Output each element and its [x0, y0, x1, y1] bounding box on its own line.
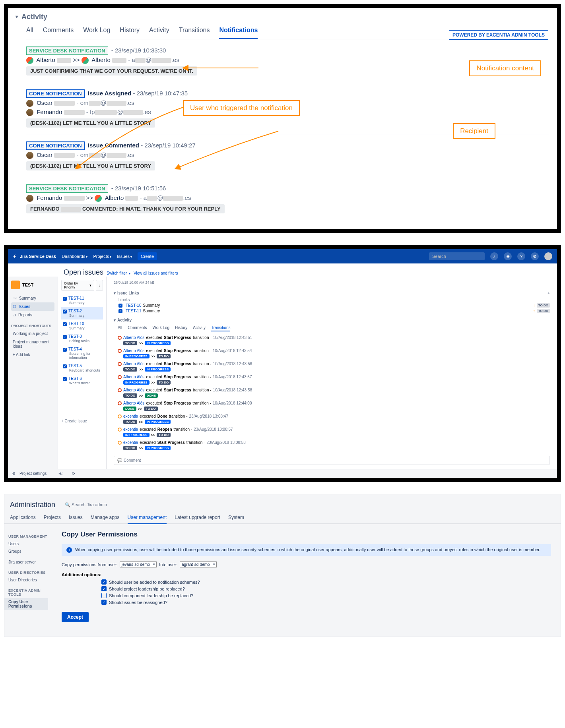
- tab-comments[interactable]: Comments: [43, 24, 74, 39]
- admin-tab-issues[interactable]: Issues: [69, 511, 83, 523]
- create-issue-link[interactable]: + Create issue: [61, 387, 103, 423]
- nav-issues[interactable]: Issues▾: [117, 254, 132, 259]
- sidebar-shortcut[interactable]: Project management ideas: [11, 338, 54, 350]
- tab-notifications[interactable]: Notifications: [219, 24, 258, 39]
- admin-tab-projects[interactable]: Projects: [44, 511, 61, 523]
- option-checkbox-row[interactable]: ✓Should issues be reassigned?: [101, 600, 551, 605]
- tab-all[interactable]: All: [26, 24, 33, 39]
- admin-tab-applications[interactable]: Applications: [10, 511, 36, 523]
- sidebar-item-issues[interactable]: ☐ Issues: [11, 302, 54, 311]
- activity-header[interactable]: ▾ Activity: [114, 318, 550, 322]
- checkbox-icon[interactable]: [101, 593, 107, 598]
- notification-tag: SERVICE DESK NOTIFICATION: [26, 184, 108, 193]
- detail-tabs: All Comments Work Log History Activity T…: [118, 325, 550, 331]
- option-checkbox-row[interactable]: Should component leadership be replaced?: [101, 593, 551, 598]
- accept-button[interactable]: Accept: [62, 612, 89, 622]
- brand[interactable]: Jira Service Desk: [13, 254, 56, 259]
- issue-list-item[interactable]: ✓TEST-5Keyboard shortcuts: [61, 362, 103, 374]
- view-all-link[interactable]: View all issues and filters: [134, 271, 178, 275]
- project-header[interactable]: TEST: [11, 281, 54, 289]
- create-button[interactable]: Create: [138, 252, 157, 260]
- admin-panel: Administration 🔍 Search Jira admin Appli…: [4, 494, 561, 637]
- sidebar-item-reports[interactable]: ⊿ Reports: [11, 311, 54, 319]
- powered-by-badge: POWERED BY EXCENTIA ADMIN TOOLS: [449, 30, 548, 40]
- transition-row: Alberto Alós executed Start Progress tra…: [118, 362, 550, 372]
- help-icon[interactable]: ?: [517, 252, 525, 260]
- nav-projects[interactable]: Projects▾: [93, 254, 111, 259]
- project-settings-link[interactable]: Project settings: [19, 471, 47, 476]
- admin-tab-manage-apps[interactable]: Manage apps: [91, 511, 120, 523]
- admin-side-user-directories[interactable]: User Directories: [8, 576, 48, 584]
- tab-history[interactable]: History: [120, 24, 140, 39]
- transition-row: Alberto Alós executed Stop Progress tran…: [118, 349, 550, 358]
- sidebar-add-link[interactable]: + Add link: [11, 350, 54, 359]
- settings-icon[interactable]: ⚙: [531, 252, 539, 260]
- detail-tab-history[interactable]: History: [175, 325, 187, 331]
- issue-list-item[interactable]: ✓TEST-6What's next?: [61, 374, 103, 387]
- avatar-icon: [26, 100, 33, 107]
- issue-list-item[interactable]: ✓TEST-11Summary: [61, 294, 103, 307]
- admin-side-jira-user-server[interactable]: Jira user server: [8, 558, 48, 566]
- transition-row: Alberto Alós executed Stop Progress tran…: [118, 375, 550, 385]
- checkbox-icon[interactable]: ✓: [101, 579, 107, 585]
- switch-filter-link[interactable]: Switch filter ▾: [107, 271, 130, 275]
- checkbox-icon[interactable]: ✓: [101, 586, 107, 591]
- info-icon: i: [66, 547, 72, 553]
- detail-tab-transitions[interactable]: Transitions: [211, 325, 231, 331]
- comment-input[interactable]: 💬 Comment: [114, 456, 550, 465]
- sidebar-shortcut[interactable]: Working in a project: [11, 329, 54, 338]
- transition-row: Alberto Alós executed Stop Progress tran…: [118, 401, 550, 411]
- notifications-icon[interactable]: ⊕: [504, 252, 512, 260]
- nav-dashboards[interactable]: Dashboards▾: [62, 254, 87, 259]
- admin-search[interactable]: 🔍 Search Jira admin: [65, 502, 107, 507]
- activity-accordion[interactable]: ▸ Activity: [16, 13, 549, 21]
- refresh-icon[interactable]: ⟳: [72, 471, 75, 476]
- sidebar-item-summary[interactable]: 〰 Summary: [11, 294, 54, 302]
- admin-tab-system[interactable]: System: [228, 511, 244, 523]
- admin-tab-upgrade-report[interactable]: Latest upgrade report: [175, 511, 220, 523]
- admin-side-copy-permissions[interactable]: Copy User Permissions: [4, 598, 48, 610]
- feedback-icon[interactable]: ♪: [490, 252, 498, 260]
- sort-direction-button[interactable]: ↓: [96, 280, 103, 291]
- notification-tag: CORE NOTIFICATION: [26, 89, 85, 98]
- tab-transitions[interactable]: Transitions: [179, 24, 210, 39]
- transition-row: Alberto Alós executed Start Progress tra…: [118, 388, 550, 398]
- issue-list-item[interactable]: ✓TEST-4Searching for information: [61, 345, 103, 362]
- search-input[interactable]: Search: [429, 252, 485, 260]
- linked-issue[interactable]: ✓TEST-11 Summary↑ TO DO: [118, 309, 550, 313]
- admin-side-groups[interactable]: Groups: [8, 548, 48, 555]
- notification-message: (DESK-1102) LET ME TELL YOU A LITTLE STO…: [26, 118, 155, 128]
- tab-worklog[interactable]: Work Log: [83, 24, 110, 39]
- admin-side-users[interactable]: Users: [8, 540, 48, 548]
- detail-tab-worklog[interactable]: Work Log: [152, 325, 169, 331]
- tab-activity[interactable]: Activity: [149, 24, 169, 39]
- project-settings-icon[interactable]: ⚙: [12, 471, 16, 476]
- notification-message: FERNANDO COMMENTED: HI MATE. THANK YOU F…: [26, 204, 225, 213]
- collapse-icon[interactable]: ≪: [58, 471, 62, 476]
- notification-message: (DESK-1102) LET ME TELL YOU A LITTLE STO…: [26, 161, 155, 170]
- transition-row: excentia executed Start Progress transit…: [118, 440, 550, 450]
- option-checkbox-row[interactable]: ✓Should project leadership be replaced?: [101, 586, 551, 591]
- detail-tab-comments[interactable]: Comments: [128, 325, 147, 331]
- linked-issue[interactable]: ✓TEST-10 Summary↑ TO DO: [118, 303, 550, 308]
- issue-list-item[interactable]: ✓TEST-3Editing tasks: [61, 332, 103, 345]
- from-user-select[interactable]: jevans-sd-demo: [120, 561, 157, 567]
- detail-tab-activity[interactable]: Activity: [193, 325, 206, 331]
- notifications-panel: ▸ Activity All Comments Work Log History…: [4, 4, 561, 233]
- avatar-icon: [95, 195, 102, 202]
- info-banner: i When copying user permissions, user wi…: [62, 544, 551, 556]
- notification-item: SERVICE DESK NOTIFICATION - 23/sep/19 10…: [26, 184, 549, 220]
- detail-tab-all[interactable]: All: [118, 325, 122, 331]
- admin-main: Copy User Permissions i When copying use…: [52, 524, 561, 629]
- into-user-select[interactable]: agrant-sd-demo: [180, 561, 217, 567]
- add-link-icon[interactable]: +: [548, 291, 550, 295]
- issue-list-item[interactable]: ✓TEST-10Summary: [61, 319, 103, 332]
- transition-row: Alberto Alós executed Start Progress tra…: [118, 335, 550, 345]
- checkbox-icon[interactable]: ✓: [101, 600, 107, 605]
- admin-tab-user-management[interactable]: User management: [128, 511, 167, 524]
- option-checkbox-row[interactable]: ✓Should user be added to notification sc…: [101, 579, 551, 585]
- avatar-icon[interactable]: [544, 252, 552, 260]
- issue-links-header[interactable]: ▾ Issue Links+: [114, 291, 550, 295]
- order-by-button[interactable]: Order by Priority ▾: [61, 280, 94, 291]
- issue-list-item[interactable]: ✓TEST-2Summary: [61, 307, 103, 319]
